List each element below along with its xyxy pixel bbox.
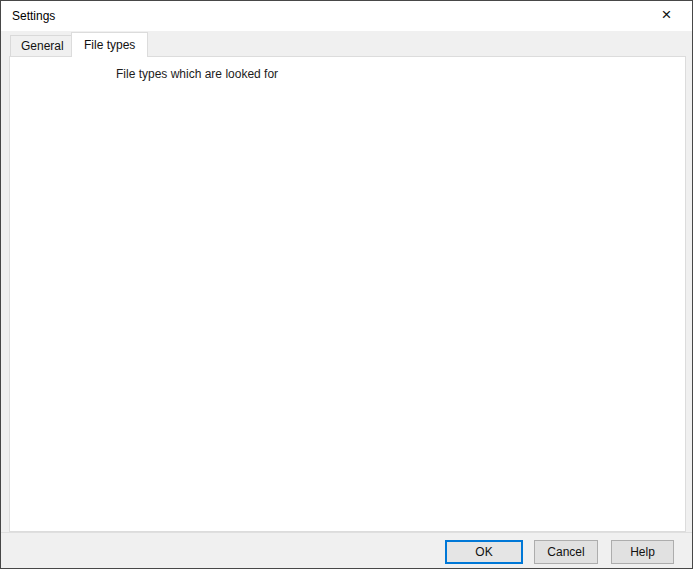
tab-general[interactable]: General <box>10 35 75 57</box>
tab-file-types-label: File types <box>84 38 135 52</box>
file-types-tab-page <box>9 56 686 532</box>
ok-button[interactable]: OK <box>445 540 523 564</box>
dialog-footer: OK Cancel Help <box>1 532 692 569</box>
cancel-button[interactable]: Cancel <box>534 540 598 564</box>
settings-dialog: Settings × General File types File types… <box>0 0 693 569</box>
help-button[interactable]: Help <box>611 540 674 564</box>
tab-file-types[interactable]: File types <box>71 32 148 57</box>
close-icon[interactable]: × <box>644 1 689 30</box>
titlebar: Settings × <box>1 1 692 31</box>
groupbox-title: File types which are looked for <box>112 67 282 81</box>
window-title: Settings <box>12 9 55 23</box>
tab-general-label: General <box>21 39 64 53</box>
